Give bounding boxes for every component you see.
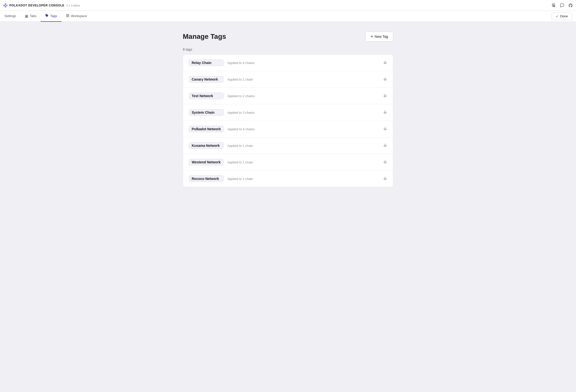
tag-name-label: Relay Chain [189,60,224,66]
tags-tab-label: Tags [50,14,57,18]
lock-icon [383,176,387,181]
workspace-tab-label: Workspace [71,14,87,18]
new-tag-label: New Tag [375,35,388,39]
topbar: POLKADOT DEVELOPER CONSOLE 0.1.0-alpha [0,0,576,11]
svg-point-5 [5,5,6,6]
tag-applied-label: Applied to 2 chains [228,94,379,98]
chat-icon[interactable] [560,3,565,8]
tag-row[interactable]: Westend Network Applied to 1 chain [183,154,393,171]
tag-count: 8 tags [183,47,393,51]
tag-name-label: Rococo Network [189,176,224,182]
done-label: Done [560,14,568,18]
tabs-tab-icon: ▦ [25,14,28,18]
tag-applied-label: Applied to 1 chain [228,144,379,148]
tag-applied-label: Applied to 1 chain [228,177,379,181]
svg-rect-17 [68,16,69,17]
new-tag-button[interactable]: + New Tag [365,32,393,41]
tag-applied-label: Applied to 4 chains [228,61,379,65]
lock-icon [383,60,387,65]
tag-row[interactable]: Rococo Network Applied to 1 chain [183,171,393,187]
settings-tab-label: Settings [4,14,16,18]
nav-tabs: Settings ▦ Tabs Tags Workspace ✓ Done [0,11,576,22]
tag-applied-label: Applied to 1 chain [228,78,379,81]
lock-icon [383,143,387,148]
app-version-label: 0.1.0-alpha [66,4,80,7]
svg-rect-15 [68,14,69,15]
page-title: Manage Tags [183,33,226,40]
new-tag-plus-icon: + [371,34,373,39]
tag-name-label: Polkadot Network [189,126,224,132]
tab-tabs[interactable]: ▦ Tabs [21,11,41,22]
tags-tab-icon [45,14,49,18]
tag-row[interactable]: Canary Network Applied to 1 chain [183,71,393,88]
tag-row[interactable]: Polkadot Network Applied to 4 chains [183,121,393,137]
tag-applied-label: Applied to 4 chains [228,127,379,131]
done-check-icon: ✓ [556,14,559,18]
polkadot-logo-icon [3,3,8,8]
lock-icon [383,93,387,98]
tag-name-label: System Chain [189,109,224,116]
tag-list: Relay Chain Applied to 4 chains Canary N… [183,54,393,187]
lock-icon [383,126,387,131]
svg-rect-14 [66,14,67,15]
tag-applied-label: Applied to 1 chain [228,160,379,164]
tab-tags[interactable]: Tags [41,11,61,22]
tag-row[interactable]: Test Network Applied to 2 chains [183,88,393,104]
doc-icon[interactable] [551,3,556,8]
tag-row[interactable]: System Chain Applied to 3 chains [183,104,393,121]
svg-point-2 [5,6,6,7]
lock-icon [383,110,387,115]
tag-name-label: Test Network [189,93,224,99]
done-button[interactable]: ✓ Done [551,13,572,20]
tag-name-label: Canary Network [189,76,224,83]
tab-settings[interactable]: Settings [0,11,21,22]
tag-row[interactable]: Relay Chain Applied to 4 chains [183,55,393,71]
app-logo: POLKADOT DEVELOPER CONSOLE 0.1.0-alpha [3,3,80,8]
workspace-tab-icon [66,14,69,18]
tab-workspace[interactable]: Workspace [61,11,91,22]
page-header: Manage Tags + New Tag [183,32,393,41]
main-content: Manage Tags + New Tag 8 tags Relay Chain… [177,22,399,197]
app-name-label: POLKADOT DEVELOPER CONSOLE [9,4,64,7]
tag-name-label: Kusama Network [189,142,224,149]
tag-row[interactable]: Kusama Network Applied to 1 chain [183,137,393,154]
topbar-icon-group [551,3,573,8]
tag-name-label: Westend Network [189,159,224,165]
tag-applied-label: Applied to 3 chains [228,111,379,115]
svg-point-3 [3,5,4,6]
svg-rect-16 [66,16,67,17]
lock-icon [383,77,387,82]
tabs-tab-label: Tabs [30,14,36,18]
svg-point-1 [5,3,6,4]
github-icon[interactable] [568,3,573,8]
svg-point-4 [6,5,7,6]
lock-icon [383,160,387,165]
